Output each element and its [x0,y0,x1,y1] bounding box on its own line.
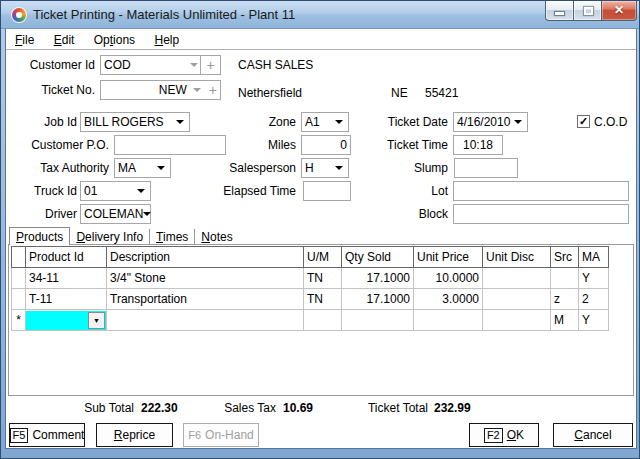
cell-um[interactable] [304,310,342,331]
menu-options[interactable]: Options [87,30,142,47]
cell-ma[interactable]: Y [579,268,609,289]
cell-ma[interactable]: Y [579,310,609,331]
ticket-no-combobox[interactable]: NEW + [100,80,221,100]
driver-combobox[interactable]: COLEMAN [80,204,151,224]
truck-id-combobox[interactable]: 01 [80,181,151,201]
maximize-button[interactable] [573,1,602,21]
sub-total-value: 222.30 [141,400,178,416]
f5-keycap: F5 [10,428,29,443]
menu-bar: File Edit Options Help [6,30,636,50]
slump-input[interactable] [454,158,518,178]
app-window: Ticket Printing - Materials Unlimited - … [0,0,640,459]
cell-src[interactable]: z [551,289,579,310]
cod-checkbox[interactable]: ✓ [577,115,590,128]
cell-qty-sold[interactable]: 17.1000 [342,289,414,310]
cell-description[interactable]: Transportation [107,289,304,310]
cancel-button[interactable]: Cancel [553,423,633,447]
salesperson-combobox[interactable]: H [301,158,349,178]
title-bar[interactable]: Ticket Printing - Materials Unlimited - … [1,1,639,29]
row-marker [12,268,26,289]
ticket-time-label: Ticket Time [349,135,448,155]
zone-combobox[interactable]: A1 [301,112,349,132]
chevron-down-icon [335,120,343,124]
table-row: 34-11 3/4" Stone TN 17.1000 10.0000 Y [12,268,609,289]
cell-unit-disc[interactable] [483,289,551,310]
tax-authority-label: Tax Authority [9,158,109,178]
block-input[interactable] [453,204,629,224]
customer-state: NE [391,83,408,103]
minimize-button[interactable] [545,1,573,21]
customer-po-label: Customer P.O. [9,135,109,155]
reprice-button[interactable]: Reprice [96,423,173,447]
on-hand-button-label: On-Hand [205,428,254,442]
ticket-time-input[interactable]: 10:18 [453,135,503,155]
customer-id-combobox[interactable]: COD + [100,55,221,75]
driver-value: COLEMAN [84,207,143,221]
col-unit-price: Unit Price [414,247,483,268]
miles-input[interactable]: 0 [301,135,351,155]
tab-strip: Products Delivery Info Times Notes [9,227,239,245]
tab-delivery-info[interactable]: Delivery Info [70,229,150,245]
col-description: Description [107,247,304,268]
cancel-button-label: Cancel [574,428,611,442]
menu-edit[interactable]: Edit [47,30,82,47]
cell-unit-price[interactable]: 3.0000 [414,289,483,310]
cell-product-id[interactable]: 34-11 [26,268,107,289]
cell-um[interactable]: TN [304,268,342,289]
cod-label: C.O.D [594,112,627,132]
salesperson-value: H [305,161,314,175]
customer-add-button[interactable]: + [200,56,220,74]
products-grid: Product Id Description U/M Qty Sold Unit… [11,246,609,331]
row-marker [12,289,26,310]
app-icon [11,7,27,23]
chevron-down-icon [137,189,145,193]
sales-tax-value: 10.69 [283,400,313,416]
cell-src[interactable]: M [551,310,579,331]
cell-ma[interactable]: 2 [579,289,609,310]
zone-label: Zone [201,112,296,132]
tab-notes[interactable]: Notes [195,229,238,245]
tab-times[interactable]: Times [150,229,195,245]
cell-unit-price[interactable]: 10.0000 [414,268,483,289]
customer-id-label: Customer Id [9,55,95,75]
cell-unit-disc[interactable] [483,268,551,289]
cell-product-id-active[interactable]: ▼ [26,310,107,331]
cell-product-id[interactable]: T-11 [26,289,107,310]
dropdown-button[interactable]: ▼ [88,312,105,329]
cell-unit-disc[interactable] [483,310,551,331]
ticket-date-value: 4/16/2010 [457,115,510,129]
cell-um[interactable]: TN [304,289,342,310]
tax-authority-value: MA [118,161,136,175]
section-divider [9,105,625,106]
elapsed-time-input[interactable] [303,181,351,201]
lot-label: Lot [349,181,448,201]
ticket-date-combobox[interactable]: 4/16/2010 [453,112,528,132]
grid-header-row: Product Id Description U/M Qty Sold Unit… [12,247,609,268]
chevron-down-icon [157,166,165,170]
lot-input[interactable] [453,181,629,201]
job-id-combobox[interactable]: BILL ROGERS [80,112,190,132]
comment-button[interactable]: F5 Comment [9,423,85,447]
cell-src[interactable] [551,268,579,289]
chevron-down-icon [143,212,151,216]
cell-description[interactable] [107,310,304,331]
ok-button[interactable]: F2 OK [469,423,539,447]
menu-file[interactable]: File [8,30,41,47]
cell-unit-price[interactable] [414,310,483,331]
cell-qty-sold[interactable]: 17.1000 [342,268,414,289]
tab-products[interactable]: Products [9,227,70,245]
close-button[interactable]: ✕ [602,1,637,21]
menu-help[interactable]: Help [147,30,186,47]
salesperson-label: Salesperson [201,158,296,178]
cell-description[interactable]: 3/4" Stone [107,268,304,289]
zone-value: A1 [305,115,320,129]
tax-authority-combobox[interactable]: MA [114,158,171,178]
col-qty-sold: Qty Sold [342,247,414,268]
ticket-add-button[interactable]: + [209,82,217,98]
miles-label: Miles [201,135,296,155]
cell-qty-sold[interactable] [342,310,414,331]
product-id-edit-combobox[interactable]: ▼ [26,311,106,330]
col-unit-disc: Unit Disc [483,247,551,268]
job-id-value: BILL ROGERS [84,115,164,129]
chevron-down-icon [514,120,522,124]
